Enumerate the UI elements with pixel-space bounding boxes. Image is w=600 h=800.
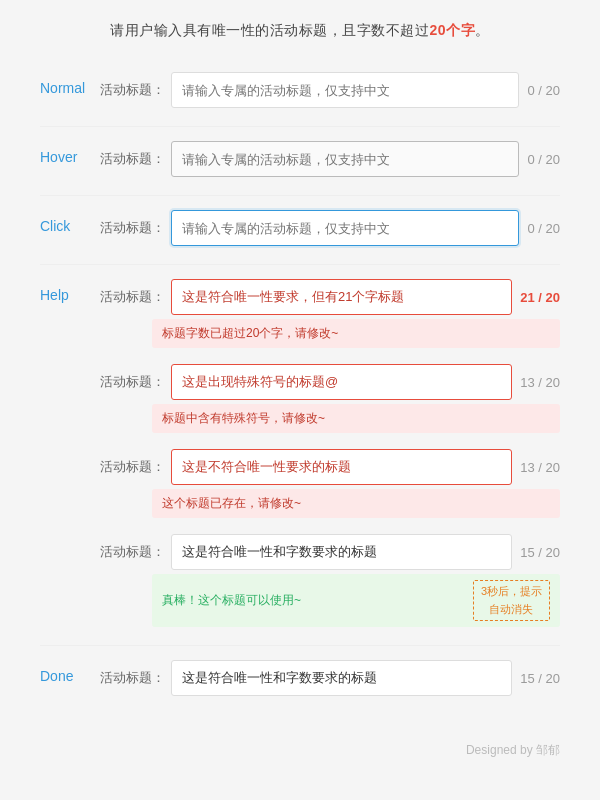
- section-normal: Normal 活动标题： 0 / 20: [0, 58, 600, 126]
- input-normal[interactable]: [171, 72, 519, 108]
- field-label-help-3: 活动标题：: [100, 458, 165, 476]
- section-hover: Hover 活动标题： 0 / 20: [0, 127, 600, 195]
- state-label-click: Click: [40, 210, 100, 234]
- tip-text-3: 这个标题已存在，请修改~: [162, 496, 301, 510]
- input-wrap-hover: [171, 141, 519, 177]
- counter-help-2: 13 / 20: [520, 375, 560, 390]
- field-block-click: 活动标题： 0 / 20: [100, 210, 560, 250]
- counter-help-3: 13 / 20: [520, 460, 560, 475]
- section-done: Done 活动标题： 15 / 20: [0, 646, 600, 714]
- field-row-help-2: 活动标题： 13 / 20: [100, 364, 560, 400]
- counter-hover: 0 / 20: [527, 152, 560, 167]
- help-row-2: 活动标题： 13 / 20 标题中含有特殊符号，请修改~: [100, 364, 560, 433]
- header-highlight: 20个字: [429, 22, 475, 38]
- footer: Designed by 邹郁: [0, 724, 600, 777]
- countdown-label: 3秒后，提示 自动消失: [473, 580, 550, 621]
- input-help-2[interactable]: [171, 364, 512, 400]
- state-label-done: Done: [40, 660, 100, 684]
- tip-help-4: 真棒！这个标题可以使用~ 3秒后，提示 自动消失: [152, 574, 560, 627]
- tip-text-2: 标题中含有特殊符号，请修改~: [162, 411, 325, 425]
- tip-indent-3: 这个标题已存在，请修改~: [100, 489, 560, 518]
- tip-text-4: 真棒！这个标题可以使用~: [162, 592, 463, 609]
- state-label-normal: Normal: [40, 72, 100, 96]
- field-row-done: 活动标题： 15 / 20: [100, 660, 560, 696]
- input-wrap-normal: [171, 72, 519, 108]
- input-wrap-done: [171, 660, 512, 696]
- counter-click: 0 / 20: [527, 221, 560, 236]
- counter-done: 15 / 20: [520, 671, 560, 686]
- tip-help-3: 这个标题已存在，请修改~: [152, 489, 560, 518]
- header-text: 请用户输入具有唯一性的活动标题，且字数不超过: [110, 22, 429, 38]
- field-label-click: 活动标题：: [100, 219, 165, 237]
- input-help-3[interactable]: [171, 449, 512, 485]
- field-label-done: 活动标题：: [100, 669, 165, 687]
- input-wrap-click: [171, 210, 519, 246]
- help-row-1: 活动标题： 21 / 20 标题字数已超过20个字，请修改~: [100, 279, 560, 348]
- input-hover[interactable]: [171, 141, 519, 177]
- tip-help-1: 标题字数已超过20个字，请修改~: [152, 319, 560, 348]
- input-wrap-help-2: [171, 364, 512, 400]
- input-wrap-help-1: [171, 279, 512, 315]
- counter-normal: 0 / 20: [527, 83, 560, 98]
- field-label-help-1: 活动标题：: [100, 288, 165, 306]
- field-row-help-4: 活动标题： 15 / 20: [100, 534, 560, 570]
- footer-text: Designed by 邹郁: [466, 743, 560, 757]
- tip-text-1: 标题字数已超过20个字，请修改~: [162, 326, 338, 340]
- field-row-help-1: 活动标题： 21 / 20: [100, 279, 560, 315]
- header-text2: 。: [475, 22, 490, 38]
- field-row-hover: 活动标题： 0 / 20: [100, 141, 560, 177]
- field-row-help-3: 活动标题： 13 / 20: [100, 449, 560, 485]
- tip-indent-2: 标题中含有特殊符号，请修改~: [100, 404, 560, 433]
- help-row-3: 活动标题： 13 / 20 这个标题已存在，请修改~: [100, 449, 560, 518]
- counter-help-1: 21 / 20: [520, 290, 560, 305]
- field-label-hover: 活动标题：: [100, 150, 165, 168]
- input-wrap-help-3: [171, 449, 512, 485]
- field-label-help-4: 活动标题：: [100, 543, 165, 561]
- state-label-help: Help: [40, 279, 100, 303]
- field-block-help: 活动标题： 21 / 20 标题字数已超过20个字，请修改~ 活动标题： 13 …: [100, 279, 560, 631]
- input-help-1[interactable]: [171, 279, 512, 315]
- tip-help-2: 标题中含有特殊符号，请修改~: [152, 404, 560, 433]
- field-label-help-2: 活动标题：: [100, 373, 165, 391]
- input-wrap-help-4: [171, 534, 512, 570]
- field-block-normal: 活动标题： 0 / 20: [100, 72, 560, 112]
- field-label-normal: 活动标题：: [100, 81, 165, 99]
- field-row-click: 活动标题： 0 / 20: [100, 210, 560, 246]
- section-click: Click 活动标题： 0 / 20: [0, 196, 600, 264]
- input-click[interactable]: [171, 210, 519, 246]
- input-help-4[interactable]: [171, 534, 512, 570]
- section-help: Help 活动标题： 21 / 20 标题字数已超过20个字，请修改~ 活动标题…: [0, 265, 600, 645]
- page-header: 请用户输入具有唯一性的活动标题，且字数不超过20个字。: [0, 0, 600, 58]
- field-block-done: 活动标题： 15 / 20: [100, 660, 560, 700]
- tip-indent-4: 真棒！这个标题可以使用~ 3秒后，提示 自动消失: [100, 574, 560, 627]
- field-row-normal: 活动标题： 0 / 20: [100, 72, 560, 108]
- tip-indent-1: 标题字数已超过20个字，请修改~: [100, 319, 560, 348]
- counter-help-4: 15 / 20: [520, 545, 560, 560]
- help-row-4: 活动标题： 15 / 20 真棒！这个标题可以使用~ 3秒后，提示 自动消失: [100, 534, 560, 627]
- input-done[interactable]: [171, 660, 512, 696]
- state-label-hover: Hover: [40, 141, 100, 165]
- field-block-hover: 活动标题： 0 / 20: [100, 141, 560, 181]
